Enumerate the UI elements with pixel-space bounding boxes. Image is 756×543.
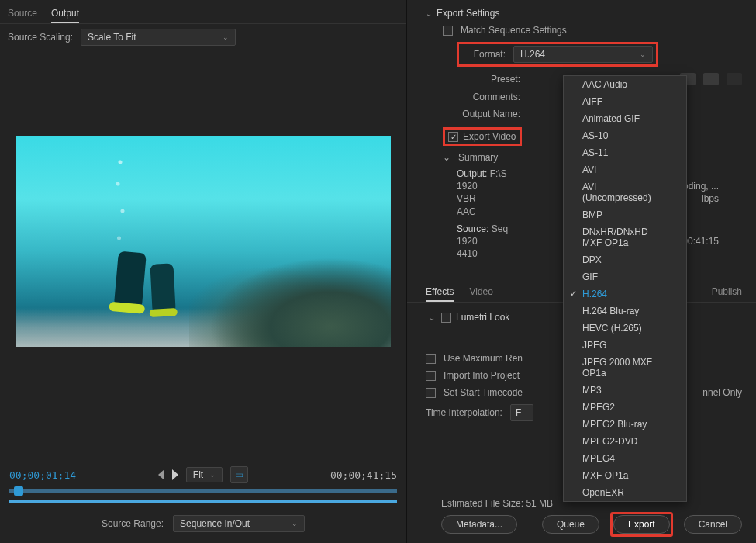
format-option[interactable]: MPEG2-DVD xyxy=(564,433,686,450)
step-back-icon[interactable] xyxy=(158,469,164,480)
source-range-select[interactable]: Sequence In/Out ⌄ xyxy=(173,515,305,532)
summary-text: VBR xyxy=(457,192,476,205)
chevron-down-icon: ⌄ xyxy=(443,152,450,163)
export-video-label: Export Video xyxy=(463,131,516,142)
time-interpolation-select[interactable]: F xyxy=(510,404,533,421)
metadata-button[interactable]: Metadata... xyxy=(441,515,517,534)
output-name-label: Output Name: xyxy=(457,109,520,119)
play-icon[interactable] xyxy=(172,469,178,480)
match-sequence-row: Match Sequence Settings xyxy=(443,25,742,36)
export-video-checkbox[interactable] xyxy=(448,132,458,142)
playhead[interactable] xyxy=(14,486,23,496)
source-scaling-select[interactable]: Scale To Fit ⌄ xyxy=(81,29,236,46)
summary-output-hdr: Output: xyxy=(457,168,487,179)
queue-button[interactable]: Queue xyxy=(542,515,599,534)
summary-text: F:\S xyxy=(490,168,507,179)
chevron-down-icon: ⌄ xyxy=(223,33,229,41)
format-option[interactable]: AAC Audio xyxy=(564,76,686,93)
preview-graphic xyxy=(150,263,175,310)
start-timecode-checkbox[interactable] xyxy=(426,388,436,398)
playback-controls: Fit ⌄ ▭ xyxy=(158,466,248,483)
timecode-current[interactable]: 00;00;01;14 xyxy=(9,469,76,481)
use-max-label: Use Maximum Ren xyxy=(444,353,523,364)
format-option[interactable]: Animated GIF xyxy=(564,110,686,127)
format-option[interactable]: GIF xyxy=(564,268,686,285)
tab-source[interactable]: Source xyxy=(8,5,37,23)
zoom-value: Fit xyxy=(193,469,203,480)
chevron-down-icon: ⌄ xyxy=(640,50,646,58)
format-option[interactable]: MPEG2 Blu-ray xyxy=(564,416,686,433)
format-option[interactable]: AVI xyxy=(564,161,686,178)
timeline-controls: 00;00;01;14 Fit ⌄ ▭ 00;00;41;15 xyxy=(0,458,406,483)
preset-label: Preset: xyxy=(457,74,520,85)
preview-wrap xyxy=(0,136,406,347)
format-row: Format: H.264 ⌄ xyxy=(457,42,742,67)
format-option[interactable]: H.264 Blu-ray xyxy=(564,303,686,320)
use-max-checkbox[interactable] xyxy=(426,354,436,364)
viewport-toggle-icon[interactable]: ▭ xyxy=(230,466,248,483)
range-bar[interactable] xyxy=(9,500,397,503)
import-project-label: Import Into Project xyxy=(444,370,520,381)
format-option[interactable]: DNxHR/DNxHD MXF OP1a xyxy=(564,223,686,251)
tab-video[interactable]: Video xyxy=(469,283,492,302)
estimated-size-label: Estimated File Size: xyxy=(441,498,523,509)
format-option[interactable]: H.264 xyxy=(564,285,686,303)
match-sequence-label: Match Sequence Settings xyxy=(461,25,567,36)
format-option[interactable]: MPEG4 xyxy=(564,450,686,467)
summary-text: 00:41:15 xyxy=(682,235,719,247)
format-option[interactable]: AS-10 xyxy=(564,127,686,144)
format-option[interactable]: AVI (Uncompressed) xyxy=(564,178,686,206)
chevron-down-icon: ⌄ xyxy=(426,9,432,18)
format-option[interactable]: AIFF xyxy=(564,93,686,110)
format-select[interactable]: H.264 ⌄ xyxy=(513,46,653,63)
start-timecode-label: Set Start Timecode xyxy=(444,387,523,398)
format-label: Format: xyxy=(462,49,506,60)
format-option[interactable]: MP3 xyxy=(564,382,686,399)
format-option[interactable]: AS-11 xyxy=(564,144,686,161)
summary-source-hdr: Source: xyxy=(457,223,488,234)
format-option[interactable]: OpenEXR xyxy=(564,484,686,501)
import-preset-icon[interactable] xyxy=(703,73,719,85)
import-project-checkbox[interactable] xyxy=(426,371,436,381)
format-option[interactable]: HEVC (H.265) xyxy=(564,320,686,337)
lumetri-label: Lumetri Look xyxy=(456,312,509,323)
lumetri-checkbox[interactable] xyxy=(441,313,451,323)
timeline-track[interactable] xyxy=(0,483,406,507)
summary-text: 1920 xyxy=(457,180,478,192)
comments-label: Comments: xyxy=(457,92,520,102)
preview-graphic xyxy=(109,151,132,260)
format-option[interactable]: BMP xyxy=(564,206,686,223)
delete-preset-icon[interactable] xyxy=(727,73,742,85)
summary-text: lbps xyxy=(702,192,719,205)
tab-publish[interactable]: Publish xyxy=(712,283,742,302)
source-range-value: Sequence In/Out xyxy=(180,518,250,529)
timecode-total: 00;00;41;15 xyxy=(330,469,397,481)
source-range-row: Source Range: Sequence In/Out ⌄ xyxy=(0,507,406,543)
format-dropdown[interactable]: AAC AudioAIFFAnimated GIFAS-10AS-11AVIAV… xyxy=(563,75,687,502)
match-sequence-checkbox[interactable] xyxy=(443,26,453,36)
format-option[interactable]: JPEG 2000 MXF OP1a xyxy=(564,354,686,382)
tab-output[interactable]: Output xyxy=(51,5,79,23)
tab-effects[interactable]: Effects xyxy=(426,283,454,302)
estimated-size-value: 51 MB xyxy=(526,498,553,509)
video-preview[interactable] xyxy=(16,136,391,347)
format-option[interactable]: JPEG xyxy=(564,337,686,354)
preview-graphic xyxy=(189,246,391,347)
time-interpolation-label: Time Interpolation: xyxy=(426,407,502,418)
format-option[interactable]: MXF OP1a xyxy=(564,467,686,484)
preview-tabs: Source Output xyxy=(0,0,406,24)
alpha-only-label: nnel Only xyxy=(702,387,742,398)
format-option[interactable]: DPX xyxy=(564,251,686,268)
export-footer: Metadata... Queue Export Cancel xyxy=(407,512,756,537)
chevron-down-icon: ⌄ xyxy=(209,471,216,479)
source-scaling-row: Source Scaling: Scale To Fit ⌄ xyxy=(0,24,406,50)
summary-label: Summary xyxy=(458,152,498,163)
export-settings-title: Export Settings xyxy=(437,8,499,19)
export-button[interactable]: Export xyxy=(613,515,670,534)
summary-text: 1920 xyxy=(457,235,478,247)
summary-text: Seq xyxy=(492,223,508,234)
export-settings-header[interactable]: ⌄ Export Settings xyxy=(426,8,742,19)
format-option[interactable]: MPEG2 xyxy=(564,399,686,416)
zoom-select[interactable]: Fit ⌄ xyxy=(186,467,223,482)
cancel-button[interactable]: Cancel xyxy=(684,515,742,534)
